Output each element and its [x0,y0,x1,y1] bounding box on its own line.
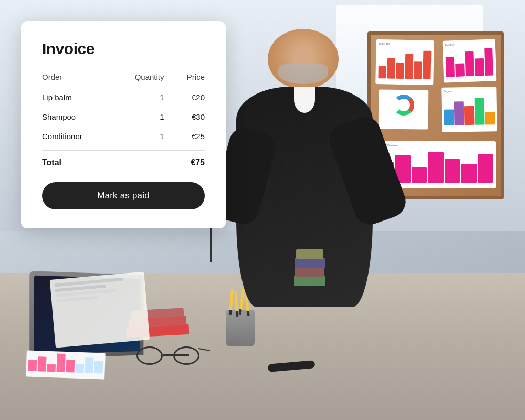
item-quantity: 1 [132,88,164,107]
total-row: Total €75 [42,158,205,167]
col-header-quantity: Quantity [132,72,164,88]
item-price: €25 [164,127,205,146]
table-row: Shampoo 1 €30 [42,107,205,127]
col-header-order: Order [42,72,132,88]
person-beard [278,63,328,84]
item-quantity: 1 [132,127,164,146]
col-header-price: Price [164,72,205,88]
total-amount: €75 [191,158,205,167]
item-price: €30 [164,107,205,127]
table-row: Conditioner 1 €25 [42,127,205,146]
invoice-title: Invoice [42,40,205,58]
item-name: Conditioner [42,127,132,146]
item-quantity: 1 [132,107,164,127]
divider [42,150,205,151]
table-row: Lip balm 1 €20 [42,88,205,107]
item-price: €20 [164,88,205,107]
item-name: Shampoo [42,107,132,127]
mark-as-paid-button[interactable]: Mark as paid [42,182,205,209]
item-name: Lip balm [42,88,132,107]
invoice-table: Order Quantity Price Lip balm 1 €20 Sham… [42,72,205,146]
total-label: Total [42,158,61,167]
books [294,244,326,286]
invoice-card: Invoice Order Quantity Price Lip balm 1 … [21,21,226,228]
